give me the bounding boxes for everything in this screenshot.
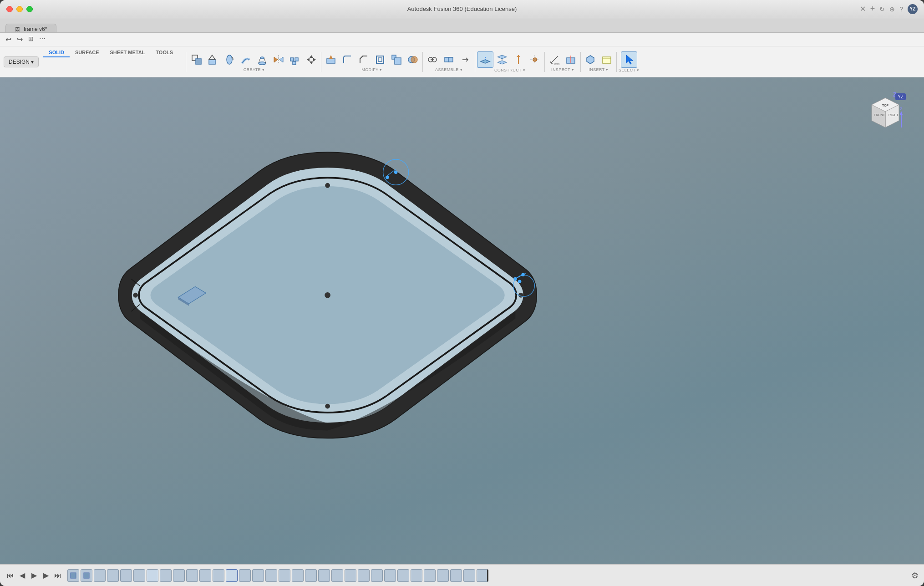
- revolve-button[interactable]: [222, 52, 237, 67]
- timeline-item[interactable]: [173, 569, 185, 582]
- add-tab-icon[interactable]: +: [870, 4, 875, 14]
- timeline-item[interactable]: [292, 569, 304, 582]
- combine-button[interactable]: [405, 52, 421, 67]
- timeline-item[interactable]: [81, 569, 92, 582]
- timeline-end-button[interactable]: ⏭: [53, 571, 63, 581]
- tab-solid[interactable]: SOLID: [43, 48, 70, 57]
- create-label: CREATE ▾: [244, 67, 265, 72]
- assemble-label: ASSEMBLE ▾: [435, 67, 462, 72]
- timeline-item[interactable]: [252, 569, 264, 582]
- redo-button[interactable]: ↪: [15, 34, 25, 45]
- timeline-play-button[interactable]: ▶: [29, 571, 39, 581]
- scale-button[interactable]: [389, 52, 404, 67]
- design-menu[interactable]: DESIGN ▾: [4, 56, 39, 67]
- tab-tools[interactable]: TOOLS: [150, 48, 178, 57]
- timeline-item[interactable]: [67, 569, 79, 582]
- timeline-item[interactable]: [424, 569, 436, 582]
- timeline-next-button[interactable]: ▶: [41, 571, 51, 581]
- refresh-icon[interactable]: ↻: [879, 5, 885, 13]
- section-analysis-button[interactable]: [563, 52, 579, 67]
- timeline-item[interactable]: [305, 569, 317, 582]
- timeline-item-end[interactable]: [477, 569, 488, 582]
- select-button[interactable]: [621, 51, 637, 68]
- timeline-prev-button[interactable]: ◀: [17, 571, 27, 581]
- sweep-button[interactable]: [238, 52, 254, 67]
- timeline-item[interactable]: [186, 569, 198, 582]
- shell-button[interactable]: [372, 52, 388, 67]
- separator-3: [422, 52, 423, 72]
- svg-point-4: [227, 55, 232, 64]
- svg-point-67: [133, 293, 137, 297]
- chamfer-button[interactable]: [356, 52, 371, 67]
- separator-2: [321, 52, 321, 72]
- assemble-joint-button[interactable]: [425, 52, 440, 67]
- timeline-item[interactable]: [411, 569, 422, 582]
- grid-button[interactable]: ⊞: [26, 34, 36, 45]
- minimize-button[interactable]: [16, 6, 23, 12]
- network-icon[interactable]: ⊕: [889, 5, 895, 13]
- timeline-item[interactable]: [133, 569, 145, 582]
- timeline-item[interactable]: [384, 569, 396, 582]
- loft-button[interactable]: [254, 52, 270, 67]
- fillet-button[interactable]: [340, 52, 355, 67]
- timeline-item[interactable]: [463, 569, 475, 582]
- modify-icons: [323, 52, 421, 67]
- separator-7: [616, 52, 617, 72]
- close-icon[interactable]: ✕: [860, 5, 866, 13]
- help-icon[interactable]: ?: [899, 5, 903, 13]
- tab-sheet-metal[interactable]: SHEET METAL: [105, 48, 151, 57]
- timeline-item[interactable]: [345, 569, 356, 582]
- timeline-item[interactable]: [199, 569, 211, 582]
- svg-marker-48: [587, 56, 594, 64]
- document-tab[interactable]: 🖼 frame v6*: [5, 24, 56, 32]
- timeline-item[interactable]: [331, 569, 343, 582]
- midplane-button[interactable]: [494, 51, 510, 68]
- timeline-item[interactable]: [239, 569, 251, 582]
- maximize-button[interactable]: [26, 6, 33, 12]
- svg-text:mm: mm: [554, 62, 560, 66]
- timeline-item[interactable]: [358, 569, 370, 582]
- offset-plane-button[interactable]: [477, 51, 493, 68]
- point-button[interactable]: [527, 51, 543, 68]
- drive-joints-button[interactable]: [457, 52, 473, 67]
- select-label: SELECT ▾: [619, 68, 640, 72]
- mirror-button[interactable]: [271, 52, 286, 67]
- insert-mesh-button[interactable]: [583, 52, 598, 67]
- timeline-item[interactable]: [437, 569, 449, 582]
- insert-canvas-button[interactable]: [599, 52, 614, 67]
- close-button[interactable]: [6, 6, 13, 12]
- axis-button[interactable]: [511, 51, 526, 68]
- timeline-item[interactable]: [147, 569, 158, 582]
- timeline-item[interactable]: [160, 569, 172, 582]
- rigid-group-button[interactable]: [441, 52, 457, 67]
- tab-surface[interactable]: SURFACE: [70, 48, 105, 57]
- title-bar: Autodesk Fusion 360 (Education License) …: [0, 0, 924, 18]
- timeline-item[interactable]: [265, 569, 277, 582]
- timeline-item[interactable]: [107, 569, 119, 582]
- undo-button[interactable]: ↩: [4, 34, 13, 45]
- viewport[interactable]: Z TOP RIGHT FRONT Z YZ: [0, 77, 924, 564]
- timeline-start-button[interactable]: ⏮: [5, 571, 15, 581]
- timeline-item-active[interactable]: [226, 569, 238, 582]
- create-icons: [189, 52, 319, 67]
- timeline-item[interactable]: [450, 569, 462, 582]
- new-component-button[interactable]: [189, 52, 204, 67]
- timeline-item[interactable]: [318, 569, 330, 582]
- svg-rect-79: [84, 573, 89, 578]
- timeline-item[interactable]: [120, 569, 132, 582]
- more-button[interactable]: ⋯: [37, 34, 47, 45]
- window-title: Autodesk Fusion 360 (Education License): [407, 5, 517, 12]
- timeline-item[interactable]: [397, 569, 409, 582]
- timeline-settings-button[interactable]: ⚙: [911, 571, 919, 581]
- measure-button[interactable]: mm: [547, 52, 562, 67]
- user-avatar[interactable]: YZ: [908, 4, 918, 14]
- move-button[interactable]: [304, 52, 319, 67]
- timeline-item[interactable]: [279, 569, 290, 582]
- pattern-button[interactable]: [287, 52, 303, 67]
- timeline-item[interactable]: [213, 569, 224, 582]
- svg-rect-24: [395, 58, 401, 64]
- timeline-item[interactable]: [371, 569, 383, 582]
- press-pull-button[interactable]: [323, 52, 339, 67]
- timeline-item[interactable]: [94, 569, 106, 582]
- extrude-button[interactable]: [205, 52, 221, 67]
